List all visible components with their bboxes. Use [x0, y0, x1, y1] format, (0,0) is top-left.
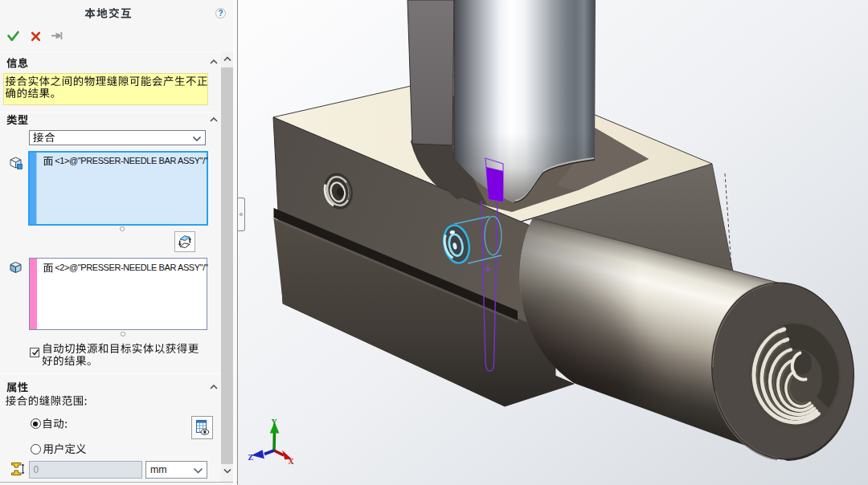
svg-text:X: X [289, 457, 295, 466]
svg-text:Z: Z [248, 453, 254, 462]
svg-text:Y: Y [272, 418, 278, 426]
